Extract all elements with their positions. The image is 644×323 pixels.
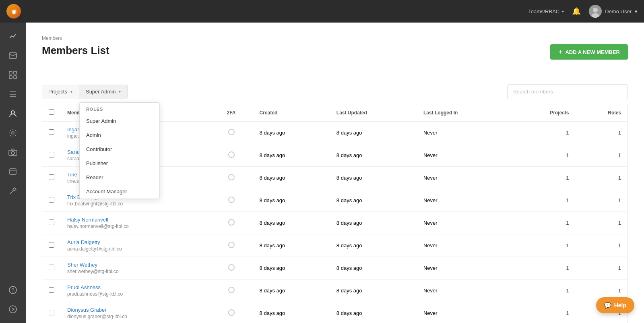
role-option-admin[interactable]: Admin: [80, 128, 159, 142]
row-checkbox-1[interactable]: [49, 152, 54, 157]
col-header-roles: Roles: [576, 104, 627, 121]
row-checkbox-8[interactable]: [49, 310, 54, 315]
sidebar: ?: [0, 23, 26, 323]
role-option-account-manager[interactable]: Account Manager: [80, 184, 159, 199]
member-name[interactable]: Sher Wethey: [67, 262, 203, 268]
svg-rect-6: [9, 71, 12, 74]
col-header-2fa: 2FA: [210, 104, 253, 121]
projects-filter-wrapper: Projects ▾: [42, 85, 79, 99]
sidebar-item-camera[interactable]: [4, 143, 22, 161]
select-all-checkbox[interactable]: [49, 109, 54, 115]
projects-filter-button[interactable]: Projects ▾: [42, 85, 79, 99]
sidebar-item-dashboard[interactable]: [4, 66, 22, 84]
sidebar-item-list[interactable]: [4, 85, 22, 103]
sidebar-item-settings[interactable]: [4, 124, 22, 142]
roles-count: 1: [576, 189, 627, 212]
svg-rect-7: [14, 71, 17, 74]
col-header-last-logged-in: Last Logged In: [417, 104, 512, 121]
role-filter-wrapper: Super Admin ▾ ROLES Super Admin Admin Co…: [79, 85, 128, 99]
member-name[interactable]: Auria Dalgetty: [67, 239, 203, 245]
table-row: Halsy Normanvell halsy.normanvell@stg-it…: [42, 212, 627, 234]
last-updated-date: 8 days ago: [330, 121, 417, 144]
member-email: auria.dalgetty@stg-itbl.co: [67, 246, 203, 252]
role-option-contributor[interactable]: Contributor: [80, 142, 159, 156]
member-name[interactable]: Dionysus Graber: [67, 307, 203, 313]
last-logged-in-date: Never: [417, 167, 512, 189]
member-name[interactable]: Halsy Normanvell: [67, 217, 203, 223]
breadcrumb: Members: [42, 35, 628, 41]
row-checkbox-2[interactable]: [49, 174, 54, 180]
notifications-button[interactable]: 🔔: [572, 7, 581, 16]
sidebar-item-mail[interactable]: [4, 47, 22, 64]
last-logged-in-date: Never: [417, 189, 512, 212]
created-date: 8 days ago: [253, 257, 330, 280]
member-name[interactable]: Prudi Ashness: [67, 284, 203, 290]
chevron-down-icon: ▾: [562, 9, 564, 14]
2fa-status: [228, 129, 235, 135]
plus-icon: +: [558, 48, 562, 56]
2fa-status: [228, 151, 235, 158]
svg-point-13: [11, 111, 14, 114]
row-checkbox-4[interactable]: [49, 219, 54, 225]
created-date: 8 days ago: [253, 280, 330, 302]
role-option-publisher[interactable]: Publisher: [80, 156, 159, 170]
member-email: halsy.normanvell@stg-itbl.co: [67, 224, 203, 229]
teams-rbac-button[interactable]: Teams/RBAC ▾: [528, 8, 564, 14]
role-option-reader[interactable]: Reader: [80, 170, 159, 184]
col-header-last-updated: Last Updated: [330, 104, 417, 121]
sidebar-item-tools[interactable]: [4, 182, 22, 200]
user-menu-button[interactable]: Demo User ▾: [589, 5, 638, 18]
role-chevron-icon: ▾: [119, 89, 121, 94]
help-button[interactable]: 💬 Help: [596, 297, 634, 313]
svg-point-21: [9, 306, 17, 313]
member-email: dionysus.graber@stg-itbl.co: [67, 314, 203, 319]
row-checkbox-3[interactable]: [49, 197, 54, 203]
member-email: prudi.ashness@stg-itbl.co: [67, 291, 203, 297]
row-checkbox-0[interactable]: [49, 129, 54, 135]
created-date: 8 days ago: [253, 302, 330, 323]
last-logged-in-date: Never: [417, 302, 512, 323]
projects-count: 1: [512, 212, 576, 234]
row-checkbox-6[interactable]: [49, 265, 54, 270]
last-logged-in-date: Never: [417, 121, 512, 144]
table-row: Prudi Ashness prudi.ashness@stg-itbl.co …: [42, 280, 627, 302]
projects-count: 1: [512, 234, 576, 257]
roles-count: 1: [576, 234, 627, 257]
add-member-label: ADD A NEW MEMBER: [565, 49, 620, 55]
sidebar-item-help[interactable]: ?: [4, 281, 22, 299]
created-date: 8 days ago: [253, 144, 330, 167]
created-date: 8 days ago: [253, 234, 330, 257]
projects-count: 1: [512, 257, 576, 280]
row-checkbox-5[interactable]: [49, 242, 54, 248]
last-logged-in-date: Never: [417, 257, 512, 280]
sidebar-item-layers[interactable]: [4, 163, 22, 180]
add-member-button[interactable]: + ADD A NEW MEMBER: [550, 44, 628, 60]
role-filter-button[interactable]: Super Admin ▾: [79, 85, 128, 99]
table-row: Dionysus Graber dionysus.graber@stg-itbl…: [42, 302, 627, 323]
projects-count: 1: [512, 144, 576, 167]
role-filter-label: Super Admin: [86, 89, 116, 95]
last-updated-date: 8 days ago: [330, 212, 417, 234]
search-input[interactable]: [507, 84, 628, 99]
svg-point-16: [11, 151, 14, 155]
created-date: 8 days ago: [253, 189, 330, 212]
table-row: Sher Wethey sher.wethey@stg-itbl.co 8 da…: [42, 257, 627, 280]
roles-count: 1: [576, 167, 627, 189]
sidebar-item-expand[interactable]: [4, 300, 22, 318]
created-date: 8 days ago: [253, 121, 330, 144]
bell-icon: 🔔: [572, 7, 581, 15]
role-option-super-admin[interactable]: Super Admin: [80, 114, 159, 128]
controls-row: Projects ▾ Super Admin ▾ ROLES Super Adm…: [42, 79, 628, 104]
top-nav: ◉ Teams/RBAC ▾ 🔔 Demo User ▾: [0, 0, 644, 23]
row-checkbox-7[interactable]: [49, 287, 54, 293]
user-chevron-icon: ▾: [635, 8, 638, 14]
last-updated-date: 8 days ago: [330, 167, 417, 189]
main-content: Members Members List + ADD A NEW MEMBER …: [26, 23, 644, 323]
svg-point-3: [593, 8, 598, 12]
last-logged-in-date: Never: [417, 212, 512, 234]
sidebar-item-analytics[interactable]: [4, 27, 22, 45]
user-name-label: Demo User: [605, 8, 632, 14]
roles-count: 1: [576, 257, 627, 280]
sidebar-item-members[interactable]: [4, 105, 22, 122]
roles-header-label: ROLES: [80, 103, 159, 114]
